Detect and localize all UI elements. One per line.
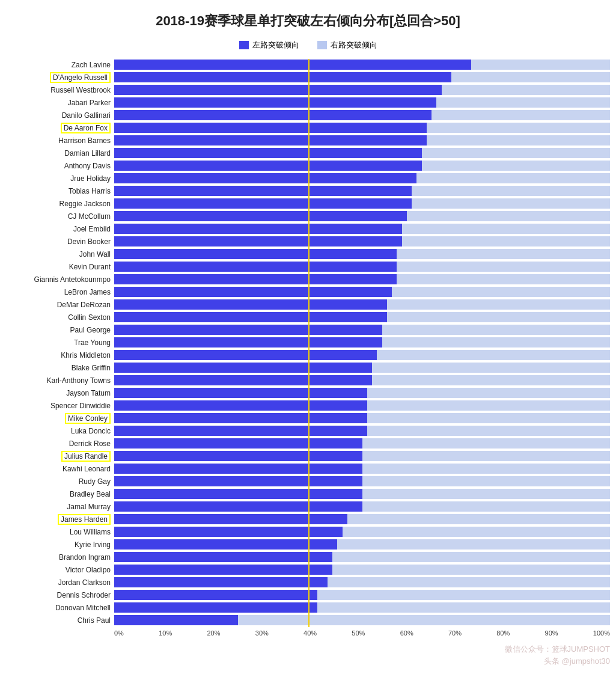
player-name: Brandon Ingram — [6, 553, 114, 562]
axis-label: 20% — [207, 629, 220, 637]
axis-label: 90% — [545, 629, 558, 637]
bar-area — [114, 539, 610, 550]
player-name: Giannis Antetokounmpo — [6, 275, 114, 284]
bar-area — [114, 274, 610, 284]
bar-area — [114, 161, 610, 171]
bar-area — [114, 514, 610, 524]
player-name: Collin Sexton — [6, 313, 114, 322]
axis-label: 100% — [593, 629, 610, 637]
bar-left — [114, 211, 407, 221]
bar-area — [114, 552, 610, 562]
player-name: Damian Lillard — [6, 149, 114, 158]
watermark: 微信公众号：篮球JUMPSHOT — [505, 644, 611, 655]
bar-area — [114, 451, 610, 461]
bar-left — [114, 388, 367, 398]
bar-left — [114, 464, 362, 474]
bar-area — [114, 438, 610, 449]
legend-right-box — [317, 41, 327, 49]
bar-left — [114, 236, 402, 246]
bar-area — [114, 186, 610, 196]
axis-label: 10% — [159, 629, 172, 637]
bar-left — [114, 451, 362, 461]
bar-area — [114, 312, 610, 322]
legend: 左路突破倾向 右路突破倾向 — [6, 40, 610, 51]
bar-left — [114, 198, 412, 209]
bar-area — [114, 375, 610, 385]
bar-left — [114, 375, 372, 385]
player-name: Karl-Anthony Towns — [6, 376, 114, 385]
bar-left — [114, 413, 367, 423]
player-name: DeMar DeRozan — [6, 301, 114, 309]
player-name: Harrison Barnes — [6, 136, 114, 145]
bar-area — [114, 577, 610, 587]
player-name: Blake Griffin — [6, 364, 114, 372]
player-name: Khris Middleton — [6, 351, 114, 360]
bar-left — [114, 186, 412, 196]
player-name: John Wall — [6, 250, 114, 259]
bar-left — [114, 552, 332, 562]
bar-area — [114, 388, 610, 398]
bar-left — [114, 350, 377, 360]
watermark2: 头条 @jumpshot30 — [544, 656, 610, 667]
bar-area — [114, 249, 610, 259]
bar-left — [114, 97, 436, 108]
bar-area — [114, 350, 610, 360]
bar-left — [114, 489, 362, 499]
bar-area — [114, 464, 610, 474]
player-name: Joel Embiid — [6, 225, 114, 233]
bar-left — [114, 123, 427, 133]
player-name: D'Angelo Russell — [6, 73, 114, 82]
axis-label: 40% — [303, 629, 317, 637]
bar-area — [114, 123, 610, 133]
player-name: Julius Randle — [6, 452, 114, 461]
bar-left — [114, 400, 367, 411]
player-name: Danilo Gallinari — [6, 111, 114, 120]
player-name: Luka Doncic — [6, 427, 114, 435]
fifty-percent-line — [308, 59, 310, 627]
legend-left: 左路突破倾向 — [239, 40, 299, 51]
bar-left — [114, 161, 422, 171]
player-name: LeBron James — [6, 288, 114, 296]
player-name: Jabari Parker — [6, 99, 114, 107]
bar-area — [114, 85, 610, 95]
bar-left — [114, 577, 328, 587]
legend-left-box — [239, 41, 249, 49]
bar-left — [114, 274, 397, 284]
bar-area — [114, 400, 610, 411]
bar-area — [114, 325, 610, 335]
bar-area — [114, 426, 610, 436]
player-name: Spencer Dinwiddie — [6, 402, 114, 410]
bar-area — [114, 590, 610, 600]
bar-left — [114, 110, 432, 120]
bar-area — [114, 489, 610, 499]
axis-labels: 0%10%20%30%40%50%60%70%80%90%100% — [114, 629, 610, 637]
bar-area — [114, 602, 610, 613]
bar-left — [114, 363, 372, 373]
bar-area — [114, 97, 610, 108]
bar-area — [114, 72, 610, 82]
bar-area — [114, 224, 610, 234]
bar-left — [114, 262, 397, 272]
bar-left — [114, 602, 317, 613]
axis-label: 60% — [400, 629, 413, 637]
bar-area — [114, 173, 610, 183]
bar-area — [114, 615, 610, 625]
bar-left — [114, 325, 382, 335]
bar-left — [114, 72, 451, 82]
bar-area — [114, 413, 610, 423]
bar-left — [114, 590, 317, 600]
chart-title: 2018-19赛季球星单打突破左右倾向分布[总回合>50] — [6, 12, 610, 30]
chart-rows: Zach LavineD'Angelo RussellRussell Westb… — [6, 59, 610, 627]
player-name: Paul George — [6, 326, 114, 334]
bar-left — [114, 539, 337, 550]
bar-left — [114, 299, 387, 310]
bar-area — [114, 198, 610, 209]
player-name: Derrick Rose — [6, 439, 114, 448]
player-name: Jrue Holiday — [6, 174, 114, 183]
player-name: Kawhi Leonard — [6, 465, 114, 473]
player-name: Dennis Schroder — [6, 591, 114, 599]
axis-label: 80% — [496, 629, 510, 637]
player-name: Victor Oladipo — [6, 566, 114, 574]
axis-label: 30% — [255, 629, 269, 637]
player-name: Zach Lavine — [6, 61, 114, 69]
